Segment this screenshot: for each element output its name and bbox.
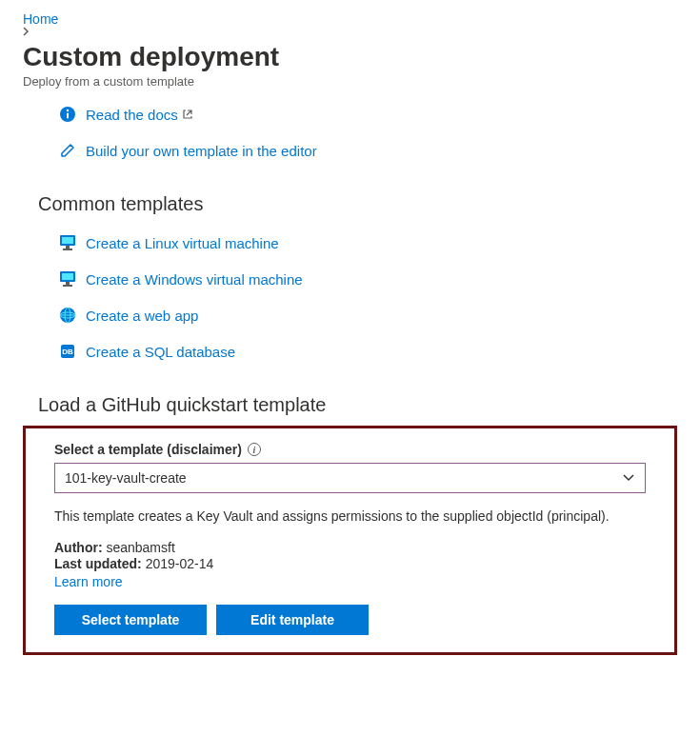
svg-rect-8	[62, 273, 73, 280]
author-value: seanbamsft	[106, 540, 174, 555]
updated-value: 2019-02-14	[146, 556, 214, 571]
svg-rect-5	[66, 246, 70, 249]
svg-rect-9	[66, 282, 70, 285]
sql-db-link[interactable]: Create a SQL database	[86, 344, 235, 360]
svg-point-2	[67, 109, 69, 111]
common-item-linux-vm: Create a Linux virtual machine	[57, 225, 677, 261]
chevron-down-icon	[622, 473, 635, 483]
page-title: Custom deployment	[23, 42, 677, 72]
updated-label: Last updated:	[54, 556, 142, 571]
page-subtitle: Deploy from a custom template	[23, 74, 677, 89]
windows-vm-link[interactable]: Create a Windows virtual machine	[86, 271, 303, 288]
svg-rect-4	[62, 237, 73, 244]
linux-vm-link[interactable]: Create a Linux virtual machine	[86, 235, 279, 251]
updated-row: Last updated: 2019-02-14	[54, 556, 646, 571]
common-item-windows-vm: Create a Windows virtual machine	[57, 261, 677, 297]
svg-rect-10	[63, 285, 72, 287]
web-app-link[interactable]: Create a web app	[86, 308, 198, 324]
svg-rect-1	[67, 113, 69, 119]
quickstart-heading: Load a GitHub quickstart template	[23, 394, 677, 416]
learn-more-link[interactable]: Learn more	[54, 574, 123, 589]
select-template-label-text: Select a template (disclaimer)	[54, 442, 242, 457]
common-item-sql-db: DB Create a SQL database	[57, 333, 677, 369]
common-templates-heading: Common templates	[23, 193, 677, 215]
template-select-value: 101-key-vault-create	[65, 470, 187, 486]
globe-icon	[57, 307, 78, 324]
template-description: This template creates a Key Vault and as…	[54, 507, 646, 527]
breadcrumb: Home	[23, 11, 677, 36]
read-docs-link[interactable]: Read the docs	[86, 107, 178, 123]
pencil-icon	[57, 142, 78, 159]
author-label: Author:	[54, 540, 103, 555]
info-icon[interactable]: i	[248, 443, 261, 456]
info-icon	[57, 106, 78, 123]
external-link-icon	[182, 109, 193, 120]
template-select[interactable]: 101-key-vault-create	[54, 463, 646, 493]
svg-text:DB: DB	[62, 348, 73, 356]
common-item-web-app: Create a web app	[57, 297, 677, 333]
svg-rect-6	[63, 249, 72, 250]
author-row: Author: seanbamsft	[54, 540, 646, 555]
vm-icon	[57, 234, 78, 251]
breadcrumb-home-link[interactable]: Home	[23, 11, 58, 27]
database-icon: DB	[57, 343, 78, 360]
chevron-right-icon	[23, 27, 677, 36]
build-template-row: Build your own template in the editor	[57, 132, 677, 169]
edit-template-button[interactable]: Edit template	[216, 605, 369, 635]
quickstart-panel: Select a template (disclaimer) i 101-key…	[23, 426, 677, 655]
read-docs-row: Read the docs	[57, 96, 677, 132]
select-template-button[interactable]: Select template	[54, 605, 207, 635]
vm-icon	[57, 270, 78, 288]
build-template-link[interactable]: Build your own template in the editor	[86, 143, 317, 159]
select-template-label: Select a template (disclaimer) i	[54, 442, 646, 457]
